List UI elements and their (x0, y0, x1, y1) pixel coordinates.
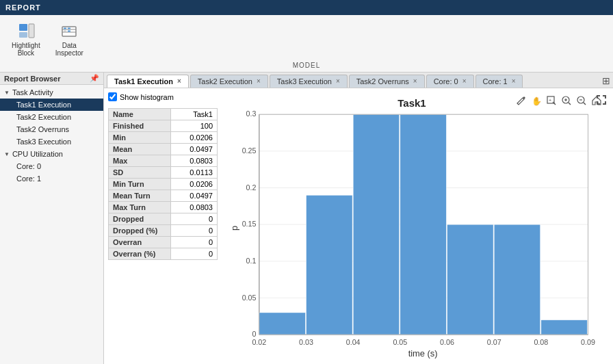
zoom-out-icon[interactable] (575, 94, 588, 107)
tab-close-overruns[interactable]: × (413, 77, 417, 85)
tab-task3-execution[interactable]: Task3 Execution × (270, 75, 348, 88)
svg-text:0.02: 0.02 (252, 338, 266, 346)
highlight-block-label: HightlightBlock (12, 42, 40, 57)
chart-toolbar: ✋ + (514, 94, 603, 107)
stats-row: Dropped0 (109, 213, 218, 225)
data-inspector-label: DataInspector (55, 42, 83, 57)
tab-close-task1[interactable]: × (177, 77, 181, 85)
data-inspector-icon (60, 21, 79, 40)
sidebar-pin-icon[interactable]: 📌 (90, 74, 99, 83)
stats-row-value: 0.0206 (170, 179, 217, 190)
svg-rect-6 (64, 28, 66, 29)
tab-core1[interactable]: Core: 1 × (475, 75, 523, 88)
tab-close-core0[interactable]: × (462, 77, 467, 85)
svg-text:0.05: 0.05 (393, 338, 407, 346)
stats-row-name: Overran (109, 237, 171, 248)
tabs-end-button[interactable]: ⊞ (599, 74, 613, 88)
stats-row-value: 0.0497 (170, 144, 217, 155)
stats-section: Show histogram NameTask1Finished100Min0.… (108, 92, 218, 364)
stats-row-value: 0 (170, 237, 217, 248)
tab-close-task3[interactable]: × (336, 77, 340, 85)
svg-text:0.15: 0.15 (242, 220, 257, 228)
svg-text:0: 0 (252, 330, 257, 338)
svg-text:0.07: 0.07 (487, 338, 501, 346)
chart-title: Task1 (397, 97, 426, 109)
stats-row-name: Max (109, 155, 171, 167)
bar-5 (494, 224, 540, 335)
svg-text:0.06: 0.06 (440, 338, 454, 346)
svg-line-15 (569, 103, 571, 105)
tab-task2-execution[interactable]: Task2 Execution × (190, 75, 268, 88)
stats-row-value: 0.0206 (170, 132, 217, 144)
svg-text:✋: ✋ (532, 96, 542, 106)
data-inspector-button[interactable]: DataInspector (49, 18, 90, 60)
stats-row: Max Turn0.0803 (109, 202, 218, 213)
sidebar: Report Browser 📌 ▼ Task Activity Task1 E… (0, 73, 104, 364)
svg-rect-7 (68, 28, 70, 29)
x-axis-label: time (s) (408, 348, 438, 359)
stats-row: SD0.0113 (109, 167, 218, 179)
sidebar-item-task2-overruns[interactable]: Task2 Overruns (0, 123, 103, 135)
stats-row-name: Name (109, 109, 171, 120)
chart-container: ✋ + (218, 92, 609, 364)
expand-button[interactable] (595, 94, 608, 108)
stats-row-name: Finished (109, 120, 171, 132)
sidebar-item-task3-execution[interactable]: Task3 Execution (0, 135, 103, 148)
stats-row-name: Dropped (109, 213, 171, 225)
svg-rect-0 (19, 24, 27, 31)
stats-row-name: Mean (109, 144, 171, 155)
tree-group-cpu-utilization-label: CPU Utilization (12, 150, 63, 158)
svg-text:0.3: 0.3 (246, 109, 257, 118)
svg-text:0.09: 0.09 (581, 338, 595, 346)
sidebar-item-task1-execution[interactable]: Task1 Execution (0, 99, 103, 111)
sidebar-header-title: Report Browser (4, 75, 61, 83)
bar-2 (353, 114, 400, 335)
sidebar-header: Report Browser 📌 (0, 73, 103, 85)
svg-text:0.04: 0.04 (346, 338, 361, 346)
tab-task1-execution[interactable]: Task1 Execution × (107, 75, 189, 88)
stats-row-value: 0 (170, 225, 217, 237)
zoom-box-icon[interactable]: + (545, 94, 558, 107)
stats-row: Finished100 (109, 120, 218, 132)
sidebar-item-core1[interactable]: Core: 1 (0, 172, 103, 185)
tree-group-task-activity-header[interactable]: ▼ Task Activity (0, 86, 103, 99)
svg-rect-9 (68, 31, 70, 32)
stats-row-value: 0.0113 (170, 167, 217, 179)
sidebar-item-core0[interactable]: Core: 0 (0, 160, 103, 172)
draw-tool-icon[interactable] (514, 94, 528, 107)
stats-row: NameTask1 (109, 109, 218, 120)
tab-close-core1[interactable]: × (512, 77, 516, 85)
sidebar-item-task2-execution[interactable]: Task2 Execution (0, 111, 103, 123)
svg-text:0.25: 0.25 (242, 146, 257, 155)
stats-row-name: Mean Turn (109, 190, 171, 202)
pan-tool-icon[interactable]: ✋ (530, 94, 543, 107)
stats-table: NameTask1Finished100Min0.0206Mean0.0497M… (108, 108, 218, 260)
stats-row-value: 0.0803 (170, 155, 217, 167)
show-histogram-checkbox[interactable] (108, 92, 117, 101)
svg-text:0.05: 0.05 (242, 294, 257, 302)
bar-0 (259, 313, 306, 335)
tab-close-task2[interactable]: × (257, 77, 261, 85)
tree-group-cpu-utilization-header[interactable]: ▼ CPU Utilization (0, 148, 103, 160)
triangle-icon: ▼ (4, 90, 10, 96)
svg-text:+: + (549, 98, 551, 103)
sidebar-tree: ▼ Task Activity Task1 Execution Task2 Ex… (0, 85, 103, 364)
highlight-block-button[interactable]: HightlightBlock (5, 18, 47, 60)
tab-task2-overruns[interactable]: Task2 Overruns × (349, 75, 425, 88)
top-bar-title: REPORT (5, 3, 41, 12)
svg-line-19 (584, 103, 586, 105)
stats-row-name: Min (109, 132, 171, 144)
stats-row-name: Overran (%) (109, 248, 171, 260)
svg-text:0.08: 0.08 (534, 338, 548, 346)
tree-group-cpu-utilization: ▼ CPU Utilization Core: 0 Core: 1 (0, 148, 103, 185)
svg-text:0.03: 0.03 (299, 338, 313, 346)
svg-text:0.2: 0.2 (246, 183, 257, 192)
show-histogram-label[interactable]: Show histogram (120, 93, 174, 101)
tab-core0[interactable]: Core: 0 × (426, 75, 474, 88)
zoom-in-icon[interactable] (560, 94, 573, 107)
stats-row: Max0.0803 (109, 155, 218, 167)
ribbon-section-model: MODEL (5, 62, 608, 69)
show-histogram-control: Show histogram (108, 92, 218, 101)
stats-row-value: 0 (170, 213, 217, 225)
stats-row-name: Dropped (%) (109, 225, 171, 237)
